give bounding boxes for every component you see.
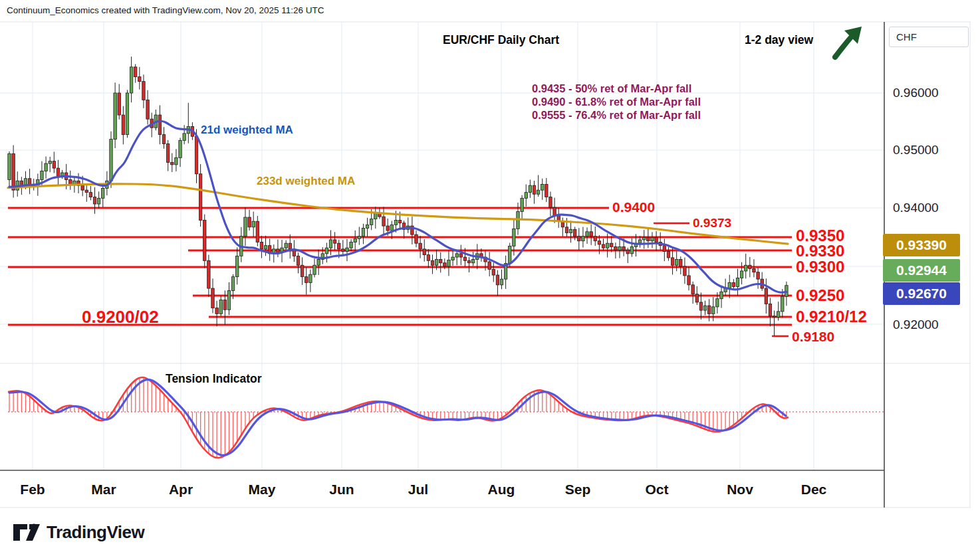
level-label-0.9373: 0.9373: [693, 216, 731, 231]
tension-indicator-label: Tension Indicator: [166, 372, 262, 386]
month-label-may: May: [249, 482, 276, 498]
tradingview-logo-text: TradingView: [47, 522, 144, 543]
month-label-apr: Apr: [169, 482, 193, 498]
month-label-jul: Jul: [408, 482, 428, 498]
ma233-label: 233d weighted MA: [257, 175, 355, 188]
level-label-0.9300: 0.9300: [796, 258, 844, 276]
level-label-0.9210/12: 0.9210/12: [796, 308, 867, 326]
level-label-0.9250: 0.9250: [796, 286, 844, 305]
price-badge-ma21: 0.92944: [883, 259, 960, 282]
tradingview-chart-page: { "header": {"attribution": "Continuum_E…: [0, 0, 980, 558]
price-tick-0.92000: 0.92000: [893, 318, 939, 332]
up-right-arrow-icon: [830, 25, 866, 61]
fib-retracement-note-618: 0.9490 - 61.8% ret of Mar-Apr fall: [532, 96, 701, 108]
ma233-line: [8, 184, 788, 244]
tradingview-logo-mark: [13, 521, 40, 543]
month-label-nov: Nov: [727, 482, 753, 498]
month-label-sep: Sep: [565, 482, 591, 498]
price-tick-0.95000: 0.95000: [893, 143, 939, 157]
price-badge-last: 0.92670: [883, 282, 960, 305]
chart-title: EUR/CHF Daily Chart: [443, 33, 559, 47]
month-label-mar: Mar: [91, 482, 116, 498]
ma233: [8, 184, 788, 244]
symbol-search-box[interactable]: CHF: [889, 27, 969, 47]
chart-canvas[interactable]: [0, 0, 980, 558]
month-label-jun: Jun: [329, 482, 354, 498]
price-tick-0.96000: 0.96000: [893, 86, 939, 100]
month-label-dec: Dec: [801, 482, 827, 498]
attribution-text: Continuum_Economics created with Trading…: [7, 5, 324, 15]
price-badge-ma233: 0.93390: [883, 234, 960, 256]
view-horizon-note: 1-2 day view: [745, 33, 813, 47]
ma21-label: 21d weighted MA: [201, 124, 293, 137]
fib-retracement-note-764: 0.9555 - 76.4% ret of Mar-Apr fall: [532, 109, 701, 122]
level-label-0.9180: 0.9180: [792, 329, 834, 345]
level-label-0.9200/02: 0.9200/02: [82, 307, 159, 327]
month-label-aug: Aug: [488, 482, 515, 498]
fib-retracement-note-50: 0.9435 - 50% ret of Mar-Apr fall: [532, 82, 691, 95]
month-label-oct: Oct: [645, 482, 668, 498]
month-label-feb: Feb: [20, 482, 45, 498]
level-label-0.9400: 0.9400: [612, 199, 655, 215]
tension-indicator: [8, 377, 884, 458]
tradingview-logo[interactable]: TradingView: [13, 521, 144, 543]
price-tick-0.94000: 0.94000: [893, 201, 939, 215]
